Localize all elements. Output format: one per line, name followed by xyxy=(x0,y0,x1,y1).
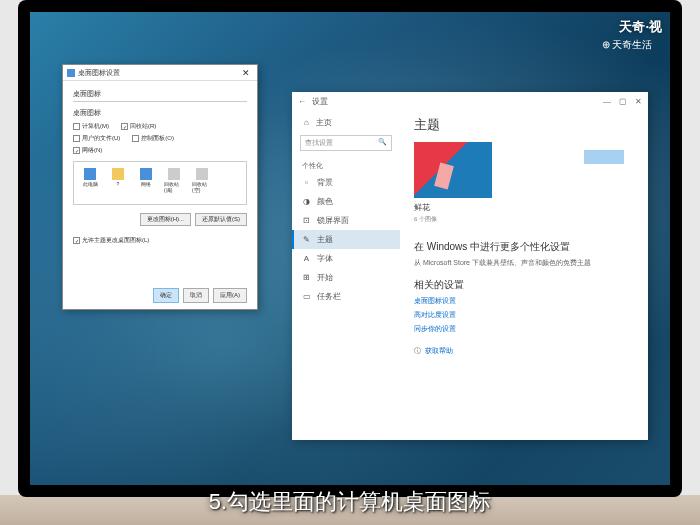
link-desktop-icons[interactable]: 桌面图标设置 xyxy=(414,296,634,306)
check-userfiles[interactable]: 用户的文件(U) xyxy=(73,134,120,143)
more-subtext: 从 Microsoft Store 下载兼具壁纸、声音和颜色的免费主题 xyxy=(414,258,634,268)
close-icon[interactable]: ✕ xyxy=(635,97,642,106)
desktop-icon-dialog: 桌面图标设置 ✕ 桌面图标 桌面图标 计算机(M) ✓回收站(R) 用户的文件(… xyxy=(62,64,258,310)
change-icon-button[interactable]: 更改图标(H)... xyxy=(140,213,191,226)
settings-title: 设置 xyxy=(312,96,328,107)
settings-content: 主题 鲜花 6 个图像 在 Windows 中进行更多个性化设置 从 Micro… xyxy=(400,110,648,440)
start-icon: ⊞ xyxy=(302,273,311,282)
page-title: 主题 xyxy=(414,116,634,134)
sidebar-item-colors[interactable]: ◑颜色 xyxy=(292,192,400,211)
back-icon[interactable]: ← xyxy=(298,97,306,106)
ok-button[interactable]: 确定 xyxy=(153,288,179,303)
search-input[interactable]: 查找设置🔍 xyxy=(300,135,392,151)
allow-themes-label: 允许主题更改桌面图标(L) xyxy=(82,236,149,245)
taskbar-icon: ▭ xyxy=(302,292,311,301)
maximize-icon[interactable]: ▢ xyxy=(619,97,627,106)
allow-themes-check[interactable]: ✓ xyxy=(73,237,80,244)
window-icon xyxy=(67,69,75,77)
video-caption: 5.勾选里面的计算机桌面图标 xyxy=(0,487,700,517)
icon-preview-box: 此电脑 ? 网络 回收站(满) 回收站(空) xyxy=(73,161,247,205)
sidebar-home[interactable]: ⌂主页 xyxy=(292,114,400,131)
icon-user[interactable]: ? xyxy=(108,168,128,198)
dialog-titlebar: 桌面图标设置 ✕ xyxy=(63,65,257,81)
close-icon[interactable]: ✕ xyxy=(239,68,253,78)
cancel-button[interactable]: 取消 xyxy=(183,288,209,303)
sidebar-item-lockscreen[interactable]: ⊡锁屏界面 xyxy=(292,211,400,230)
settings-window: ← 设置 — ▢ ✕ ⌂主页 查找设置🔍 个性化 ▫背景 ◑颜色 ⊡锁屏界面 ✎… xyxy=(292,92,648,440)
sidebar-item-background[interactable]: ▫背景 xyxy=(292,173,400,192)
sidebar-item-themes[interactable]: ✎主题 xyxy=(292,230,400,249)
themes-icon: ✎ xyxy=(302,235,311,244)
fonts-icon: A xyxy=(302,254,311,263)
icon-network[interactable]: 网络 xyxy=(136,168,156,198)
minimize-icon[interactable]: — xyxy=(603,97,611,106)
watermark-top: 天奇·视 xyxy=(619,18,662,36)
settings-sidebar: ⌂主页 查找设置🔍 个性化 ▫背景 ◑颜色 ⊡锁屏界面 ✎主题 A字体 ⊞开始 … xyxy=(292,110,400,440)
more-heading: 在 Windows 中进行更多个性化设置 xyxy=(414,240,634,254)
colors-icon: ◑ xyxy=(302,197,311,206)
sidebar-item-fonts[interactable]: A字体 xyxy=(292,249,400,268)
theme-thumbnail[interactable] xyxy=(414,142,492,198)
background-icon: ▫ xyxy=(302,178,311,187)
link-help[interactable]: 获取帮助 xyxy=(425,346,453,356)
link-high-contrast[interactable]: 高对比度设置 xyxy=(414,310,634,320)
theme-name: 鲜花 xyxy=(414,202,634,213)
sidebar-item-taskbar[interactable]: ▭任务栏 xyxy=(292,287,400,306)
check-computer[interactable]: 计算机(M) xyxy=(73,122,109,131)
theme-subtitle: 6 个图像 xyxy=(414,215,634,224)
dialog-title: 桌面图标设置 xyxy=(78,68,120,78)
settings-titlebar: ← 设置 — ▢ ✕ xyxy=(292,92,648,110)
check-network[interactable]: ✓网络(N) xyxy=(73,146,102,155)
sidebar-item-start[interactable]: ⊞开始 xyxy=(292,268,400,287)
icon-thispc[interactable]: 此电脑 xyxy=(80,168,100,198)
watermark-sub: 天奇生活 xyxy=(602,38,652,52)
accent-preview xyxy=(584,150,624,164)
lockscreen-icon: ⊡ xyxy=(302,216,311,225)
apply-button[interactable]: 应用(A) xyxy=(213,288,247,303)
help-icon: ⓘ xyxy=(414,346,421,356)
check-controlpanel[interactable]: 控制面板(O) xyxy=(132,134,174,143)
home-icon: ⌂ xyxy=(302,118,311,127)
dialog-tab[interactable]: 桌面图标 xyxy=(73,87,247,102)
search-icon: 🔍 xyxy=(378,138,387,148)
link-sync[interactable]: 同步你的设置 xyxy=(414,324,634,334)
check-recycle[interactable]: ✓回收站(R) xyxy=(121,122,156,131)
restore-default-button[interactable]: 还原默认值(S) xyxy=(195,213,247,226)
icon-recycle-full[interactable]: 回收站(满) xyxy=(164,168,184,198)
icon-recycle-empty[interactable]: 回收站(空) xyxy=(192,168,212,198)
section-label: 桌面图标 xyxy=(73,108,247,118)
sidebar-category: 个性化 xyxy=(292,155,400,173)
related-heading: 相关的设置 xyxy=(414,278,634,292)
